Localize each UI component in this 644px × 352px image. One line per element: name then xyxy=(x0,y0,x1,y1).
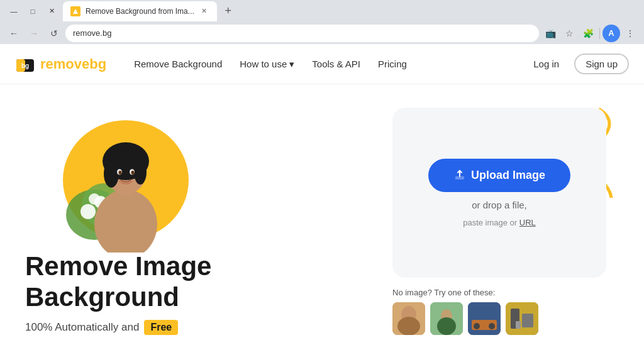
upload-url-text: paste image or URL xyxy=(463,218,536,227)
svg-point-10 xyxy=(89,193,100,205)
browser-actions: 📺 ☆ 🧩 A ⋮ xyxy=(541,25,639,42)
tab-favicon xyxy=(70,6,80,16)
sample-image-4[interactable] xyxy=(506,302,538,335)
nav-how-to-use-label: How to use xyxy=(240,59,287,69)
hero-title-line2: Background xyxy=(25,282,179,312)
svg-point-30 xyxy=(474,323,480,329)
try-one-text: Try one of these: xyxy=(434,288,495,297)
page-content: bg removebg Remove Background How to use… xyxy=(0,44,644,352)
logo-remove: remove xyxy=(40,56,89,72)
hero-subtitle-text: 100% Automatically and xyxy=(25,321,139,334)
hero-right: Upload Image or drop a file, paste image… xyxy=(380,84,619,352)
hero-image-container xyxy=(25,114,201,253)
sample-image-1[interactable] xyxy=(392,302,425,335)
nav-pricing[interactable]: Pricing xyxy=(370,54,414,74)
svg-point-27 xyxy=(437,317,456,335)
profile-button[interactable]: A xyxy=(602,25,620,42)
svg-point-15 xyxy=(104,160,119,188)
svg-marker-0 xyxy=(73,9,78,14)
upload-url-link[interactable]: URL xyxy=(519,218,536,227)
svg-point-16 xyxy=(134,159,147,185)
browser-tab[interactable]: Remove Background from Ima... ✕ xyxy=(63,1,217,21)
address-bar[interactable]: remove.bg xyxy=(65,25,539,42)
upload-drop-text: or drop a file, xyxy=(472,200,527,210)
svg-rect-34 xyxy=(522,314,533,327)
maximize-button[interactable]: □ xyxy=(24,4,42,18)
back-button[interactable]: ← xyxy=(5,25,23,42)
svg-rect-28 xyxy=(468,302,501,335)
browser-chrome: ― □ ✕ Remove Background from Ima... ✕ + … xyxy=(0,0,644,44)
svg-rect-35 xyxy=(516,321,521,329)
address-bar-url: remove.bg xyxy=(73,28,111,38)
svg-text:bg: bg xyxy=(21,62,29,69)
close-button[interactable]: ✕ xyxy=(43,4,60,18)
browser-title-bar: ― □ ✕ Remove Background from Ima... ✕ + xyxy=(0,0,644,22)
signup-button[interactable]: Sign up xyxy=(574,54,629,74)
upload-icon xyxy=(453,169,466,181)
upload-card[interactable]: Upload Image or drop a file, paste image… xyxy=(392,108,606,278)
upload-image-button[interactable]: Upload Image xyxy=(428,159,570,192)
nav-tools-api[interactable]: Tools & API xyxy=(304,54,368,74)
reload-button[interactable]: ↺ xyxy=(45,25,63,42)
hero-section: Remove Image Background 100% Automatical… xyxy=(0,84,644,352)
svg-point-20 xyxy=(131,171,135,174)
upload-paste-text: paste image or xyxy=(463,218,517,227)
hero-subtitle: 100% Automatically and Free xyxy=(25,320,380,335)
sample-images xyxy=(392,302,606,335)
sample-image-2[interactable] xyxy=(430,302,463,335)
chevron-down-icon: ▾ xyxy=(289,59,294,70)
cast-button[interactable]: 📺 xyxy=(541,25,559,42)
svg-point-19 xyxy=(119,171,122,174)
logo-bg: bg xyxy=(89,56,106,72)
logo-icon: bg xyxy=(15,54,35,74)
logo[interactable]: bg removebg xyxy=(15,54,106,74)
sample-image-3[interactable] xyxy=(468,302,501,335)
svg-point-7 xyxy=(80,204,96,219)
hero-left: Remove Image Background 100% Automatical… xyxy=(25,84,380,352)
hero-title: Remove Image Background xyxy=(25,251,380,312)
hero-person-image xyxy=(38,120,189,253)
extensions-button[interactable]: 🧩 xyxy=(579,25,597,42)
nav-actions: Log in Sign up xyxy=(523,54,629,74)
window-controls: ― □ ✕ xyxy=(5,4,60,18)
tab-close-button[interactable]: ✕ xyxy=(199,6,209,16)
new-tab-button[interactable]: + xyxy=(219,3,237,20)
nav-how-to-use[interactable]: How to use ▾ xyxy=(232,54,302,75)
bookmark-button[interactable]: ☆ xyxy=(560,25,578,42)
divider xyxy=(599,28,600,39)
nav-links: Remove Background How to use ▾ Tools & A… xyxy=(126,54,523,75)
minimize-button[interactable]: ― xyxy=(5,4,23,18)
no-image-text: No image? xyxy=(392,288,432,297)
free-badge: Free xyxy=(144,320,178,335)
menu-button[interactable]: ⋮ xyxy=(621,25,639,42)
upload-button-label: Upload Image xyxy=(471,169,545,182)
sample-section: No image? Try one of these: xyxy=(392,288,606,335)
browser-nav-bar: ← → ↺ remove.bg 📺 ☆ 🧩 A ⋮ xyxy=(0,22,644,44)
hero-title-line1: Remove Image xyxy=(25,251,211,281)
nav-remove-background[interactable]: Remove Background xyxy=(126,54,230,74)
svg-point-31 xyxy=(489,323,495,329)
navbar: bg removebg Remove Background How to use… xyxy=(0,44,644,84)
logo-text: removebg xyxy=(40,56,106,72)
forward-button[interactable]: → xyxy=(25,25,43,42)
login-button[interactable]: Log in xyxy=(523,54,569,74)
svg-point-24 xyxy=(397,317,420,335)
upload-or-text: or drop a file, xyxy=(472,200,527,210)
tab-title: Remove Background from Ima... xyxy=(86,7,194,16)
sample-label: No image? Try one of these: xyxy=(392,288,606,297)
